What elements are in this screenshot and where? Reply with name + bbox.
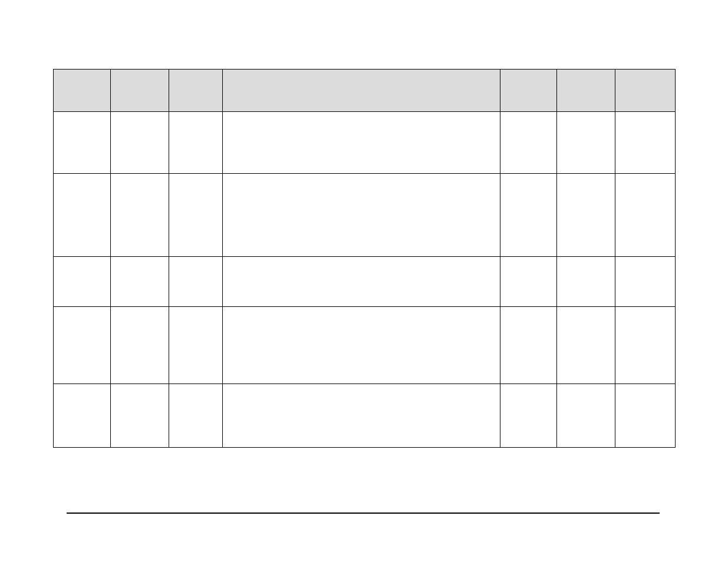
- table-header-cell: [223, 70, 500, 112]
- table-row: [54, 307, 676, 384]
- table-cell: [557, 307, 615, 384]
- table-row: [54, 112, 676, 174]
- table-cell: [223, 257, 500, 307]
- table-cell: [223, 174, 500, 257]
- table-cell: [615, 307, 676, 384]
- table-header-cell: [557, 70, 615, 112]
- table-cell: [169, 257, 223, 307]
- table-cell: [500, 307, 557, 384]
- table-cell: [169, 384, 223, 448]
- page: [0, 0, 728, 562]
- table-cell: [54, 112, 111, 174]
- table-cell: [169, 174, 223, 257]
- table-cell: [557, 112, 615, 174]
- table-cell: [615, 257, 676, 307]
- table-cell: [111, 384, 169, 448]
- table-cell: [500, 384, 557, 448]
- table-cell: [111, 257, 169, 307]
- table-cell: [223, 384, 500, 448]
- table-row: [54, 384, 676, 448]
- table-cell: [500, 174, 557, 257]
- table-cell: [557, 384, 615, 448]
- table-cell: [111, 174, 169, 257]
- table-cell: [615, 174, 676, 257]
- table-header-cell: [111, 70, 169, 112]
- table-cell: [54, 257, 111, 307]
- table-cell: [223, 112, 500, 174]
- table-cell: [111, 112, 169, 174]
- data-table: [53, 69, 676, 448]
- table-header-row: [54, 70, 676, 112]
- table-cell: [54, 384, 111, 448]
- table-cell: [111, 307, 169, 384]
- horizontal-rule: [67, 513, 660, 514]
- table-cell: [54, 174, 111, 257]
- table-header-cell: [500, 70, 557, 112]
- table-row: [54, 174, 676, 257]
- table-cell: [223, 307, 500, 384]
- table-header-cell: [615, 70, 676, 112]
- table-cell: [54, 307, 111, 384]
- table-cell: [615, 112, 676, 174]
- table-header-cell: [169, 70, 223, 112]
- table-cell: [615, 384, 676, 448]
- table-cell: [500, 257, 557, 307]
- table-header-cell: [54, 70, 111, 112]
- table-row: [54, 257, 676, 307]
- table-cell: [557, 257, 615, 307]
- table-cell: [169, 307, 223, 384]
- table-cell: [169, 112, 223, 174]
- table-cell: [500, 112, 557, 174]
- table-cell: [557, 174, 615, 257]
